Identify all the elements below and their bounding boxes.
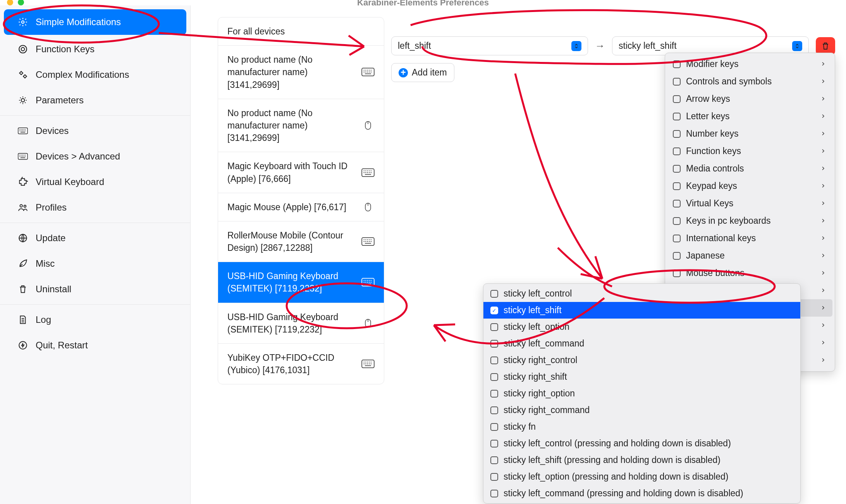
sticky-key-label: sticky right_shift — [504, 372, 567, 382]
delete-mapping-button[interactable] — [816, 37, 835, 55]
sticky-menu-item[interactable]: sticky left_command (pressing and holdin… — [483, 485, 800, 502]
sidebar-item-virtualkb[interactable]: Virtual Keyboard — [0, 169, 190, 195]
category-label: Controls and symbols — [686, 76, 815, 87]
category-menu-item[interactable]: Keys in pc keyboards — [667, 212, 832, 230]
sticky-key-label: sticky left_control (pressing and holdin… — [504, 438, 731, 449]
checkbox-icon — [673, 200, 681, 207]
category-menu-item[interactable]: Arrow keys — [667, 90, 832, 108]
sticky-menu-item[interactable]: sticky left_command — [483, 335, 800, 352]
category-label: Media controls — [686, 163, 815, 174]
sticky-menu-item[interactable]: sticky left_option (pressing and holding… — [483, 468, 800, 485]
device-label: Magic Keyboard with Touch ID (Apple) [76… — [227, 160, 356, 185]
category-label: Mouse buttons — [686, 268, 815, 278]
sticky-menu-item[interactable]: sticky left_option — [483, 319, 800, 335]
device-row[interactable]: RollerMouse Mobile (Contour Design) [286… — [218, 221, 384, 262]
category-menu-item[interactable]: International keys — [667, 230, 832, 247]
sticky-key-label: sticky left_option (pressing and holding… — [504, 471, 728, 482]
checkbox-icon — [490, 307, 498, 314]
mouse-icon — [361, 319, 375, 328]
sidebar-item-misc[interactable]: Misc — [0, 251, 190, 276]
sidebar-item-uninstall[interactable]: Uninstall — [0, 276, 190, 302]
category-label: Arrow keys — [686, 94, 815, 104]
checkbox-icon — [490, 406, 498, 414]
category-menu-item[interactable]: Keypad keys — [667, 177, 832, 195]
sidebar-item-update[interactable]: Update — [0, 225, 190, 251]
sticky-menu-item[interactable]: sticky left_shift (pressing and holding … — [483, 452, 800, 468]
maps-to-arrow-icon: → — [595, 40, 605, 52]
sidebar-item-log[interactable]: Log — [0, 307, 190, 333]
device-row[interactable]: USB-HID Gaming Keyboard (SEMITEK) [7119,… — [218, 262, 384, 303]
category-menu-item[interactable]: Media controls — [667, 160, 832, 177]
sidebar-item-complex[interactable]: Complex Modifications — [0, 62, 190, 87]
device-row[interactable]: Magic Keyboard with Touch ID (Apple) [76… — [218, 152, 384, 193]
sidebar-item-devices[interactable]: Devices — [0, 118, 190, 144]
category-menu-item[interactable]: Function keys — [667, 142, 832, 160]
sidebar-item-simple[interactable]: Simple Modifications — [4, 9, 186, 35]
sticky-menu-item[interactable]: sticky left_shift — [483, 302, 800, 319]
zoom-button[interactable] — [18, 0, 24, 5]
device-row[interactable]: No product name (No manufacturer name) [… — [218, 99, 384, 153]
sticky-menu-item[interactable]: sticky left_control (pressing and holdin… — [483, 435, 800, 452]
sticky-menu-item[interactable]: sticky right_command — [483, 402, 800, 418]
sidebar-item-label: Simple Modifications — [36, 17, 121, 27]
chevron-right-icon — [820, 163, 827, 174]
checkbox-icon — [673, 252, 681, 260]
device-label: USB-HID Gaming Keyboard (SEMITEK) [7119,… — [227, 311, 356, 336]
target-icon — [17, 43, 29, 55]
device-row[interactable]: No product name (No manufacturer name) [… — [218, 46, 384, 99]
add-item-button[interactable]: + Add item — [391, 63, 454, 82]
chevron-right-icon — [820, 146, 827, 156]
category-label: International keys — [686, 233, 815, 243]
device-row[interactable]: USB-HID Gaming Keyboard (SEMITEK) [7119,… — [218, 303, 384, 344]
category-menu-item[interactable]: Virtual Keys — [667, 195, 832, 212]
checkbox-icon — [673, 95, 681, 103]
sidebar-item-function[interactable]: Function Keys — [0, 36, 190, 62]
plus-icon: + — [399, 68, 408, 77]
sticky-menu-item[interactable]: sticky right_control — [483, 352, 800, 369]
category-label: Japanese — [686, 250, 815, 261]
device-row[interactable]: YubiKey OTP+FIDO+CCID (Yubico) [4176,103… — [218, 344, 384, 384]
device-row[interactable]: For all devices — [218, 17, 384, 46]
chevron-right-icon — [820, 338, 827, 348]
sidebar-item-parameters[interactable]: Parameters — [0, 87, 190, 113]
device-row[interactable]: Magic Mouse (Apple) [76,617] — [218, 193, 384, 221]
sidebar-item-label: Profiles — [36, 202, 67, 213]
sticky-menu-item[interactable]: sticky left_control — [483, 285, 800, 302]
minimize-button[interactable] — [7, 0, 13, 5]
chevron-right-icon — [820, 129, 827, 139]
checkbox-icon — [673, 130, 681, 138]
checkbox-icon — [490, 490, 498, 497]
gears-icon — [17, 69, 29, 81]
checkbox-icon — [490, 323, 498, 331]
sidebar-item-label: Virtual Keyboard — [36, 177, 104, 187]
dropdown-toggle-icon — [571, 41, 581, 51]
sticky-modifier-submenu[interactable]: sticky left_controlsticky left_shiftstic… — [483, 283, 801, 504]
sidebar-item-label: Devices — [36, 125, 69, 136]
category-menu-item[interactable]: Mouse buttons — [667, 264, 832, 282]
sticky-key-label: sticky right_command — [504, 405, 590, 415]
keyboard-icon — [361, 359, 375, 369]
gear-icon — [17, 16, 29, 28]
category-menu-item[interactable]: Number keys — [667, 125, 832, 142]
chevron-right-icon — [820, 320, 827, 331]
leaf-icon — [17, 258, 29, 269]
sticky-menu-item[interactable]: sticky right_shift — [483, 369, 800, 385]
sticky-menu-item[interactable]: sticky right_option — [483, 385, 800, 402]
category-menu-item[interactable]: Controls and symbols — [667, 73, 832, 90]
from-key-dropdown[interactable]: left_shift — [391, 36, 588, 55]
category-menu-item[interactable]: Japanese — [667, 247, 832, 264]
sidebar-item-quit[interactable]: Quit, Restart — [0, 333, 190, 358]
sticky-menu-item[interactable]: sticky fn — [483, 418, 800, 435]
category-menu-item[interactable]: Letter keys — [667, 108, 832, 125]
sidebar-item-profiles[interactable]: Profiles — [0, 195, 190, 220]
sticky-key-label: sticky left_shift (pressing and holding … — [504, 455, 720, 465]
mouse-icon — [361, 202, 375, 212]
sticky-key-label: sticky left_command — [504, 338, 584, 349]
category-menu-item[interactable]: Modifier keys — [667, 55, 832, 73]
sidebar-item-devicesadv[interactable]: Devices > Advanced — [0, 144, 190, 169]
checkbox-icon — [490, 357, 498, 364]
keyboard-icon — [17, 151, 29, 162]
window-traffic-lights[interactable] — [7, 0, 24, 5]
device-label: USB-HID Gaming Keyboard (SEMITEK) [7119,… — [227, 270, 356, 295]
add-item-label: Add item — [412, 67, 447, 78]
